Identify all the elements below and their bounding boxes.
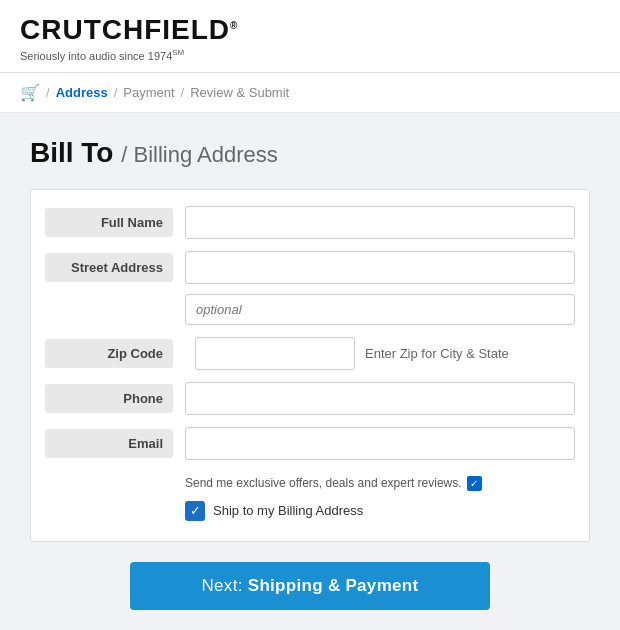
tagline: Seriously into audio since 1974SM <box>20 48 600 62</box>
street-address-input-cell <box>185 251 575 284</box>
logo-trademark: ® <box>230 20 238 31</box>
header: CRUTCHFIELD® Seriously into audio since … <box>0 0 620 73</box>
breadcrumb-sep-1: / <box>46 85 50 100</box>
full-name-input[interactable] <box>185 206 575 239</box>
ship-to-billing-row: ✓ Ship to my Billing Address <box>185 501 575 521</box>
logo: CRUTCHFIELD® <box>20 14 600 46</box>
logo-text: CRUTCHFIELD <box>20 14 230 45</box>
phone-input[interactable] <box>185 382 575 415</box>
full-name-input-cell <box>185 206 575 239</box>
optional-address-row <box>31 290 589 331</box>
exclusive-offers-checkbox[interactable]: ✓ <box>467 476 482 491</box>
page-title-bold: Bill To <box>30 137 113 168</box>
zip-code-input[interactable] <box>195 337 355 370</box>
email-row: Email <box>31 421 589 466</box>
breadcrumb-sep-2: / <box>114 85 118 100</box>
email-input[interactable] <box>185 427 575 460</box>
next-button-label-bold: Shipping & Payment <box>248 576 419 595</box>
zip-hint: Enter Zip for City & State <box>365 346 509 361</box>
page-title-sub: / Billing Address <box>121 142 278 167</box>
full-name-label-cell: Full Name <box>45 208 185 237</box>
next-button[interactable]: Next: Shipping & Payment <box>130 562 490 610</box>
full-name-row: Full Name <box>31 200 589 245</box>
optional-address-input[interactable] <box>185 294 575 325</box>
tagline-sm: SM <box>172 48 184 57</box>
extras-section: Send me exclusive offers, deals and expe… <box>31 466 589 531</box>
zip-code-label-cell: Zip Code <box>45 339 185 368</box>
breadcrumb-review[interactable]: Review & Submit <box>190 85 289 100</box>
cart-icon[interactable]: 🛒 <box>20 83 40 102</box>
breadcrumb-address[interactable]: Address <box>56 85 108 100</box>
billing-form: Full Name Street Address <box>30 189 590 542</box>
street-address-row: Street Address <box>31 245 589 290</box>
exclusive-offers-row: Send me exclusive offers, deals and expe… <box>185 476 575 491</box>
phone-row: Phone <box>31 376 589 421</box>
street-address-label: Street Address <box>45 253 173 282</box>
ship-to-billing-checkbox[interactable]: ✓ <box>185 501 205 521</box>
breadcrumb-payment[interactable]: Payment <box>123 85 174 100</box>
phone-label: Phone <box>45 384 173 413</box>
phone-label-cell: Phone <box>45 384 185 413</box>
tagline-text: Seriously into audio since 1974 <box>20 50 172 62</box>
page-title: Bill To / Billing Address <box>30 137 590 169</box>
street-address-input[interactable] <box>185 251 575 284</box>
full-name-label: Full Name <box>45 208 173 237</box>
ship-to-billing-label: Ship to my Billing Address <box>213 503 363 518</box>
email-label: Email <box>45 429 173 458</box>
exclusive-offers-text: Send me exclusive offers, deals and expe… <box>185 476 462 490</box>
button-section: Next: Shipping & Payment <box>30 542 590 620</box>
next-button-label-normal: Next: <box>202 576 243 595</box>
main-content: Bill To / Billing Address Full Name Stre… <box>0 113 620 630</box>
phone-input-cell <box>185 382 575 415</box>
zip-code-label: Zip Code <box>45 339 173 368</box>
breadcrumb: 🛒 / Address / Payment / Review & Submit <box>0 73 620 113</box>
breadcrumb-sep-3: / <box>181 85 185 100</box>
zip-code-row: Zip Code Enter Zip for City & State <box>31 331 589 376</box>
street-address-label-cell: Street Address <box>45 253 185 282</box>
email-label-cell: Email <box>45 429 185 458</box>
email-input-cell <box>185 427 575 460</box>
